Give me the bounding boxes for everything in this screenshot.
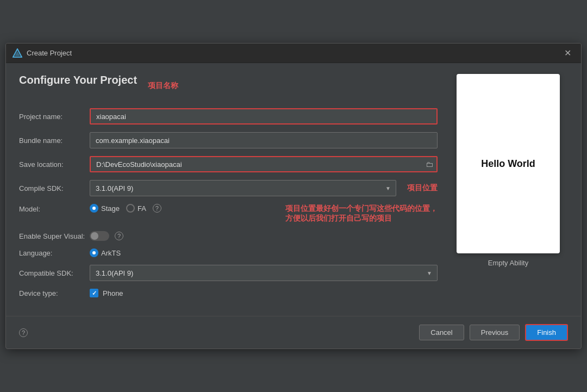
device-phone-checkbox[interactable] — [90, 289, 98, 297]
app-icon — [13, 48, 22, 58]
footer-help-icon[interactable]: ? — [19, 328, 28, 337]
phone-preview: Hello World — [457, 74, 560, 253]
model-stage-option[interactable]: Stage — [90, 204, 120, 213]
super-visual-help-icon[interactable]: ? — [115, 232, 123, 240]
super-visual-toggle[interactable] — [90, 231, 109, 241]
heading-row: Configure Your Project 项目名称 — [19, 74, 438, 97]
model-note-1: 项目位置最好创一个专门写这些代码的位置， — [285, 204, 438, 214]
device-type-row: Device type: Phone — [19, 289, 438, 297]
save-location-wrapper: 🗀 — [90, 156, 438, 172]
close-button[interactable]: ✕ — [561, 47, 574, 59]
compile-sdk-wrapper: 3.1.0(API 9) ▼ — [90, 180, 396, 196]
model-note-2: 方便以后我们打开自己写的项目 — [285, 214, 438, 223]
title-bar-left: Create Project — [13, 48, 72, 58]
finish-button[interactable]: Finish — [525, 324, 568, 341]
model-stage-label: Stage — [101, 204, 120, 213]
language-radio[interactable] — [90, 248, 98, 257]
compile-sdk-select[interactable]: 3.1.0(API 9) — [90, 180, 396, 196]
enable-super-visual-row: Enable Super Visual: ? — [19, 231, 438, 241]
project-name-row: Project name: — [19, 108, 438, 125]
save-location-annotation: 项目位置 — [407, 183, 438, 193]
device-phone-option[interactable]: Phone — [90, 289, 123, 297]
footer-left: ? — [19, 328, 28, 337]
bundle-name-label: Bundle name: — [19, 136, 90, 145]
save-location-row: Save location: 🗀 — [19, 156, 438, 172]
model-stage-radio[interactable] — [90, 204, 98, 213]
preview-hello-world: Hello World — [481, 158, 535, 170]
compile-sdk-label: Compile SDK: — [19, 184, 90, 192]
left-panel: Configure Your Project 项目名称 Project name… — [19, 74, 438, 305]
project-name-label: Project name: — [19, 113, 90, 121]
compatible-sdk-select[interactable]: 3.1.0(API 9) — [90, 265, 438, 281]
footer-right: Cancel Previous Finish — [419, 324, 568, 341]
cancel-button[interactable]: Cancel — [419, 325, 464, 340]
page-title: Configure Your Project — [19, 74, 137, 86]
model-row: Model: Stage FA ? 项 — [19, 204, 438, 223]
language-row: Language: ArkTS — [19, 248, 438, 257]
language-arkts-label: ArkTS — [101, 249, 121, 257]
content-area: Configure Your Project 项目名称 Project name… — [6, 63, 581, 316]
model-help-icon[interactable]: ? — [153, 204, 161, 213]
project-name-input[interactable] — [90, 108, 438, 125]
compatible-sdk-label: Compatible SDK: — [19, 269, 90, 277]
project-name-annotation: 项目名称 — [148, 81, 178, 91]
model-fa-radio[interactable] — [126, 204, 135, 213]
model-options: Stage FA ? — [90, 204, 279, 213]
enable-super-visual-label: Enable Super Visual: — [19, 232, 90, 240]
compile-sdk-row: Compile SDK: 3.1.0(API 9) ▼ 项目位置 — [19, 180, 438, 196]
save-location-input[interactable] — [90, 156, 438, 172]
folder-icon[interactable]: 🗀 — [426, 160, 433, 169]
device-type-label: Device type: — [19, 289, 90, 297]
bundle-name-row: Bundle name: — [19, 132, 438, 148]
model-fa-label: FA — [138, 204, 146, 213]
model-annotation: 项目位置最好创一个专门写这些代码的位置， 方便以后我们打开自己写的项目 — [285, 204, 438, 223]
right-panel: Hello World Empty Ability — [448, 74, 568, 305]
previous-button[interactable]: Previous — [470, 325, 520, 340]
model-fa-option[interactable]: FA — [126, 204, 146, 213]
device-phone-label: Phone — [103, 289, 123, 297]
footer: ? Cancel Previous Finish — [6, 316, 581, 349]
language-arkts-option[interactable]: ArkTS — [90, 248, 121, 257]
title-bar: Create Project ✕ — [6, 43, 581, 63]
bundle-name-input[interactable] — [90, 132, 438, 148]
model-radio-group: Stage FA ? — [90, 204, 279, 213]
compatible-sdk-wrapper: 3.1.0(API 9) ▼ — [90, 265, 438, 281]
save-location-label: Save location: — [19, 160, 90, 169]
preview-template-label: Empty Ability — [488, 259, 528, 267]
model-label: Model: — [19, 204, 90, 213]
dialog-title: Create Project — [27, 49, 72, 57]
language-label: Language: — [19, 249, 90, 257]
create-project-dialog: Create Project ✕ Configure Your Project … — [5, 43, 582, 349]
compatible-sdk-row: Compatible SDK: 3.1.0(API 9) ▼ — [19, 265, 438, 281]
